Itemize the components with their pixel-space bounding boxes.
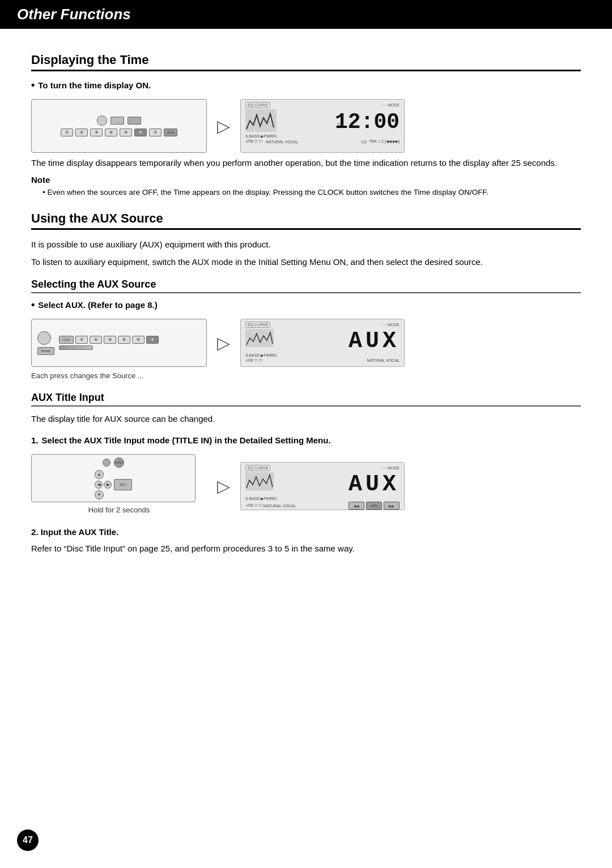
head-unit-clock: ① ② ③ ④ ⑤ ⑥ ⑦ AUX <box>32 100 206 152</box>
fie-row: ♪FIE ▽ ▽↑ NATURAL VOCAL <box>245 139 298 144</box>
wave-graphic-title <box>245 472 274 490</box>
title-down: ▼ <box>95 490 104 499</box>
display-inner-clock: EQ CURVE ····· MODE 12:00 CD S.BASS <box>241 100 404 152</box>
step1-desc: Select the AUX Title Input mode (TITLE I… <box>42 435 331 445</box>
sbass-aux: S.BASS ▶PWRFL <box>245 353 278 358</box>
display-fie-row: ♪FIE ▽ ▽↑ NATURAL VOCAL CD TRK □ 1 [◀◀ ▶… <box>245 139 400 144</box>
sbass-row: S.BASS ▶PWRFL <box>245 134 278 139</box>
title-func-btn: FUNC <box>114 457 124 468</box>
sel-btn-label: ●SEL <box>366 502 382 510</box>
hu-num-5: ⑤ <box>120 129 132 136</box>
hu-slider <box>59 345 93 350</box>
diagram-row-clock: ① ② ③ ④ ⑤ ⑥ ⑦ AUX ▷ EQ CURVE ····· MODE <box>31 99 581 153</box>
hu2-num1: ① <box>75 336 88 344</box>
title-left: ◀ <box>95 481 103 489</box>
section-displaying-time: Displaying the Time <box>31 53 581 71</box>
trk-label: TRK □ 1 [◀◀ ▶▶] <box>369 139 400 144</box>
sbass-label: S.BASS ▶PWRFL <box>245 134 278 139</box>
page-title: Other Functions <box>17 6 595 23</box>
display-panel-aux: EQ CURVE ····· MODE AUX S.BASS ▶PWRFL <box>240 319 405 367</box>
arrow-title: ▷ <box>217 476 230 496</box>
cd-label: CD <box>337 122 343 126</box>
section-using-aux: Using the AUX Source <box>31 211 581 230</box>
hu-num-6: ⑥ <box>134 129 147 136</box>
fie-label: ♪FIE ▽ ▽↑ <box>245 139 264 144</box>
header-bar: Other Functions <box>0 0 612 29</box>
hu-band-btn: BAND <box>37 347 54 355</box>
display-aux-title-value: AUX <box>348 473 400 496</box>
natural-vocal-title: NATURAL VOCAL <box>264 504 296 508</box>
display-top-aux: EQ CURVE ····· MODE <box>245 322 400 328</box>
display-aux-value: AUX <box>348 330 400 353</box>
display-time-value: 12:00 <box>335 112 400 133</box>
hu-loud-btn: LOUD <box>59 336 74 344</box>
subsection-aux-title: AUX Title Input <box>31 392 581 407</box>
bullet-time-display-on: To turn the time display ON. <box>31 79 581 91</box>
hu2-num5: ⑤ <box>132 336 144 344</box>
title-circle1 <box>103 459 110 467</box>
hu-bottom-clock: ① ② ③ ④ ⑤ ⑥ ⑦ AUX <box>37 129 201 136</box>
step2-num: 2. <box>31 527 39 537</box>
eq-curve-aux: EQ CURVE <box>245 322 270 328</box>
display-top-title: EQ CURVE ····· MODE <box>245 465 400 471</box>
hu-aux-btn: AUX <box>164 129 177 136</box>
hu2-row1: LOUD ① ② ③ ④ ⑤ ⑥ <box>59 336 201 344</box>
hu2-num6: ⑥ <box>146 336 159 344</box>
device-diagram-title: FUNC ▲ ◀ ▶ ▼ SET <box>31 454 196 502</box>
device-diagram-clock: ① ② ③ ④ ⑤ ⑥ ⑦ AUX <box>31 99 207 153</box>
hu-num-7: ⑦ <box>149 129 162 136</box>
sel-row: ◀◀ ●SEL ▶▶ <box>348 502 400 510</box>
step2-text: Refer to “Disc Title Input” on page 25, … <box>31 542 581 555</box>
aux-title-para1: The display title for AUX source can be … <box>31 412 581 425</box>
diagram-with-caption: FUNC ▲ ◀ ▶ ▼ SET <box>31 454 207 518</box>
hu-num-4: ④ <box>105 129 117 136</box>
fie-row-aux-wrap: ♪FIE ▽ ▽↑ NATURAL VOCAL <box>245 358 400 363</box>
display-inner-title: EQ CURVE ····· MODE AUX S.BASS ▶PWRFL <box>241 463 404 510</box>
mode-aux: ····· MODE <box>381 323 400 327</box>
trk-row: CD TRK □ 1 [◀◀ ▶▶] <box>361 139 400 144</box>
mode-title: ····· MODE <box>381 466 400 470</box>
display-panel-title: EQ CURVE ····· MODE AUX S.BASS ▶PWRFL <box>240 462 405 510</box>
eq-curve-label: EQ CURVE <box>245 102 270 108</box>
aux-para2: To listen to auxiliary equipment, switch… <box>31 255 581 268</box>
subsection-selecting-aux: Selecting the AUX Source <box>31 279 581 293</box>
hu2-left: BAND <box>37 331 54 355</box>
hu2-row2 <box>59 345 201 350</box>
hu-rect-btn2 <box>128 117 141 125</box>
hu-num-2: ② <box>75 129 88 136</box>
title-mid-row: ▲ ◀ ▶ ▼ SET <box>95 470 132 499</box>
device-diagram-aux: BAND LOUD ① ② ③ ④ ⑤ ⑥ <box>31 319 207 367</box>
hu-knob <box>97 116 107 126</box>
bullet-select-aux: Select AUX. (Refer to page 8.) <box>31 299 581 311</box>
hu2-right: LOUD ① ② ③ ④ ⑤ ⑥ <box>59 336 201 350</box>
title-arrow-btns: ▲ ◀ ▶ ▼ <box>95 470 112 499</box>
page-content: Displaying the Time To turn the time dis… <box>0 29 612 582</box>
cd-label2: CD <box>361 140 367 144</box>
step2-label: Input the AUX Title. <box>41 527 119 537</box>
step1-text: 1.Select the AUX Title Input mode (TITLE… <box>31 434 581 446</box>
display-bottom-title: S.BASS ▶PWRFL <box>245 497 400 501</box>
fie-title-row: ♪FIE ▽ ▽↑ NATURAL VOCAL ◀◀ ●SEL ▶▶ <box>245 502 400 510</box>
hu2-num4: ④ <box>118 336 130 344</box>
wave-graphic-clock <box>245 109 277 132</box>
hu-top-clock <box>37 116 201 126</box>
step1-num: 1. <box>31 435 39 445</box>
hu-knob-aux <box>37 331 51 345</box>
title-lr-btns: ◀ ▶ <box>95 481 112 489</box>
note-text: Even when the sources are OFF, the Time … <box>42 187 581 198</box>
title-up: ▲ <box>95 470 104 479</box>
natural-vocal-label: NATURAL VOCAL <box>266 140 299 144</box>
caption-aux: Each press changes the Source ... <box>31 370 581 382</box>
sbass-row-aux: S.BASS ▶PWRFL <box>245 353 278 358</box>
diagram-row-title: FUNC ▲ ◀ ▶ ▼ SET <box>31 454 581 518</box>
hu-num-3: ③ <box>90 129 103 136</box>
fie-title: ♪FIE ▽ ▽↑ <box>245 503 264 508</box>
head-unit-aux: BAND LOUD ① ② ③ ④ ⑤ ⑥ <box>32 319 206 366</box>
title-set-btn: SET <box>114 479 132 490</box>
eq-curve-title: EQ CURVE <box>245 465 270 471</box>
sbass-title: S.BASS ▶PWRFL <box>245 497 278 501</box>
arrow-aux: ▷ <box>217 333 230 353</box>
wave-graphic-aux <box>245 329 274 347</box>
note-label: Note <box>31 175 581 185</box>
sel-btn-prev: ◀◀ <box>348 502 364 510</box>
